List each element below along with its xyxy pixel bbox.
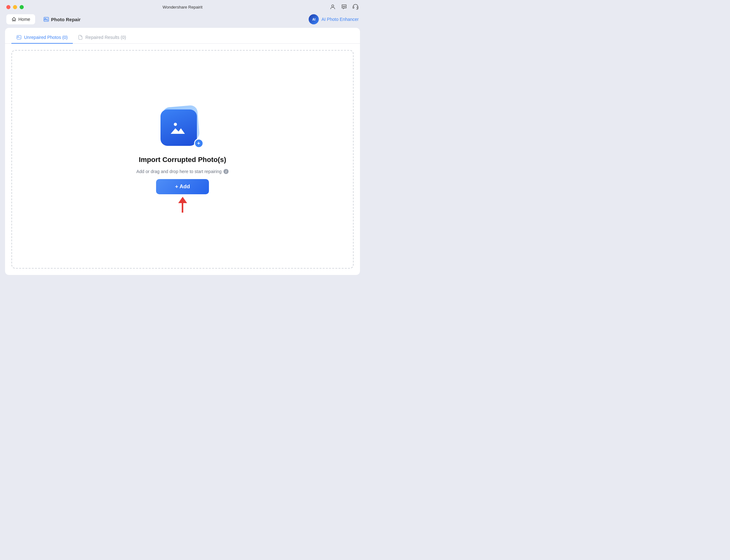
- navbar-left: Home Photo Repair: [6, 14, 86, 25]
- photo-repair-button[interactable]: Photo Repair: [38, 14, 85, 25]
- import-subtitle-text: Add or drag and drop here to start repai…: [136, 169, 221, 174]
- home-icon: [11, 17, 16, 22]
- account-icon[interactable]: [329, 4, 336, 10]
- navbar: Home Photo Repair AI AI Photo Enhancer: [0, 14, 365, 28]
- svg-point-10: [18, 36, 19, 37]
- app-window: Wondershare Repairit: [0, 0, 365, 280]
- home-button[interactable]: Home: [6, 14, 35, 24]
- svg-point-0: [332, 5, 334, 7]
- svg-point-1: [343, 6, 343, 7]
- titlebar-action-icons: [329, 4, 359, 10]
- ai-enhancer-label: AI Photo Enhancer: [321, 17, 359, 22]
- svg-point-2: [344, 6, 344, 7]
- add-button-label: + Add: [175, 184, 190, 190]
- arrow-indicator: [178, 197, 187, 213]
- repaired-tab-icon: [78, 35, 83, 40]
- ai-enhancer-button[interactable]: AI AI Photo Enhancer: [309, 14, 359, 24]
- home-label: Home: [18, 17, 30, 22]
- tab-repaired[interactable]: Repaired Results (0): [73, 32, 131, 44]
- import-subtitle: Add or drag and drop here to start repai…: [136, 169, 228, 174]
- arrow-shaft: [182, 203, 183, 213]
- chat-icon[interactable]: [341, 4, 347, 10]
- arrow-head: [178, 197, 187, 203]
- headset-icon[interactable]: [352, 4, 359, 10]
- close-button[interactable]: [6, 5, 10, 9]
- info-icon[interactable]: i: [223, 169, 228, 174]
- tabs-bar: Unrepaired Photos (0) Repaired Results (…: [5, 28, 360, 44]
- import-title: Import Corrupted Photo(s): [139, 156, 226, 164]
- unrepaired-tab-label: Unrepaired Photos (0): [24, 35, 68, 40]
- titlebar: Wondershare Repairit: [0, 0, 365, 14]
- tab-unrepaired[interactable]: Unrepaired Photos (0): [11, 32, 73, 44]
- minimize-button[interactable]: [13, 5, 17, 9]
- icon-card-front: [160, 109, 197, 146]
- photo-repair-icon: [43, 16, 49, 22]
- svg-point-8: [45, 18, 46, 19]
- svg-point-3: [345, 6, 346, 7]
- dropzone[interactable]: + Import Corrupted Photo(s) Add or drag …: [11, 50, 353, 269]
- svg-rect-4: [353, 7, 354, 8]
- repaired-tab-label: Repaired Results (0): [85, 35, 126, 40]
- import-icon-wrapper: +: [160, 106, 205, 151]
- unrepaired-tab-icon: [16, 35, 22, 40]
- window-controls: [6, 5, 24, 9]
- main-content: Unrepaired Photos (0) Repaired Results (…: [5, 28, 360, 275]
- window-title: Wondershare Repairit: [162, 5, 202, 9]
- ai-badge: AI: [309, 14, 319, 24]
- add-button[interactable]: + Add: [156, 179, 209, 194]
- svg-rect-5: [357, 7, 358, 8]
- plus-badge: +: [194, 139, 203, 148]
- maximize-button[interactable]: [20, 5, 24, 9]
- photo-repair-label: Photo Repair: [51, 17, 80, 22]
- photo-icon: [169, 118, 188, 137]
- svg-point-11: [174, 123, 177, 126]
